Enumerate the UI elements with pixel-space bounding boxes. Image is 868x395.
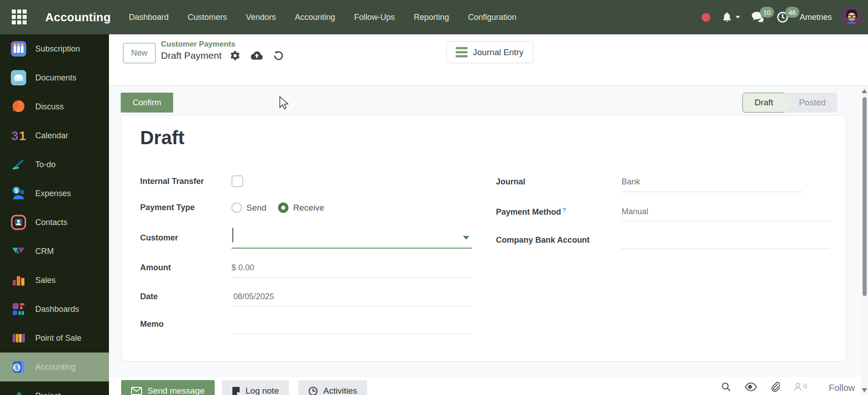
scroll-up-arrow[interactable] — [862, 89, 867, 93]
sidebar-item-sales[interactable]: Sales — [0, 266, 109, 295]
internal-transfer-checkbox[interactable] — [231, 175, 243, 187]
payment-method-row: Payment Method? Manual — [496, 207, 648, 217]
sidebar-item-expenses[interactable]: $ Expenses — [0, 179, 109, 208]
customer-dropdown-caret[interactable] — [463, 236, 469, 240]
discuss-app-icon — [11, 99, 26, 114]
new-button[interactable]: New — [123, 43, 156, 63]
sidebar-item-subscription[interactable]: Subscription — [0, 34, 109, 63]
sales-app-icon — [11, 273, 26, 288]
app-title[interactable]: Accounting — [45, 10, 111, 24]
breadcrumb: Customer Payments Draft Payment — [161, 40, 284, 61]
internal-visibility-eye-icon[interactable] — [745, 382, 757, 391]
menu-accounting[interactable]: Accounting — [295, 13, 335, 22]
apps-grid-icon[interactable] — [12, 9, 27, 25]
payment-method-input[interactable]: Manual — [622, 207, 648, 216]
envelope-icon — [131, 387, 142, 395]
discard-undo-icon[interactable] — [273, 50, 284, 61]
notifications-bell[interactable] — [721, 11, 740, 23]
project-app-icon — [11, 388, 26, 395]
gear-icon[interactable] — [230, 50, 241, 61]
activities-button[interactable]: 46 — [776, 11, 789, 24]
sidebar-label: Discuss — [35, 102, 64, 112]
crm-app-icon — [11, 244, 26, 259]
journal-input[interactable]: Bank — [622, 177, 640, 187]
breadcrumb-current: Draft Payment — [161, 50, 222, 61]
accounting-app-icon: $ — [11, 359, 26, 375]
amount-row: Amount $ 0.00 — [140, 263, 254, 273]
date-input[interactable]: 08/05/2025 — [231, 292, 274, 301]
scrollbar-thumb[interactable] — [863, 97, 867, 296]
menu-customers[interactable]: Customers — [188, 13, 227, 22]
bell-icon — [721, 11, 733, 23]
main-menu: Dashboard Customers Vendors Accounting F… — [129, 13, 516, 22]
sidebar-item-todo[interactable]: To-do — [0, 150, 109, 179]
date-underline — [231, 306, 472, 306]
calendar-app-icon: 3 1 — [11, 128, 26, 143]
sidebar-label: Accounting — [35, 362, 75, 372]
payment-type-label: Payment Type — [140, 203, 231, 212]
date-label: Date — [140, 292, 231, 301]
stage-posted[interactable]: Posted — [793, 93, 837, 113]
sidebar-item-contacts[interactable]: Contacts — [0, 208, 109, 237]
customer-underline — [231, 248, 472, 249]
sidebar-item-crm[interactable]: CRM — [0, 237, 109, 266]
journal-entry-button[interactable]: Journal Entry — [446, 41, 533, 63]
log-note-button[interactable]: Log note — [222, 380, 289, 395]
sidebar-item-project[interactable]: Project — [0, 381, 109, 395]
statusbar: Draft Posted — [742, 93, 837, 113]
payment-type-send-radio[interactable] — [231, 202, 242, 213]
send-message-button[interactable]: Send message — [121, 380, 215, 395]
sidebar-item-documents[interactable]: Documents — [0, 63, 109, 92]
log-note-label: Log note — [245, 386, 279, 395]
sidebar-label: Point of Sale — [35, 334, 81, 343]
attachment-paperclip-icon[interactable] — [771, 382, 780, 392]
stage-draft[interactable]: Draft — [742, 93, 793, 113]
payment-type-send-label[interactable]: Send — [246, 203, 266, 213]
sidebar-label: To-do — [35, 160, 56, 169]
follow-button[interactable]: Follow — [829, 383, 855, 393]
sidebar-label: Contacts — [35, 218, 67, 227]
text-cursor — [232, 228, 233, 242]
search-messages-icon[interactable] — [721, 382, 731, 392]
svg-text:1: 1 — [19, 129, 26, 143]
confirm-button[interactable]: Confirm — [121, 93, 173, 113]
sidebar-item-accounting[interactable]: $ Accounting — [0, 353, 109, 381]
payment-method-label: Payment Method — [496, 207, 561, 216]
sidebar-label: Sales — [35, 276, 56, 285]
sidebar-label: Documents — [35, 73, 76, 83]
user-avatar[interactable] — [843, 8, 861, 26]
sidebar-item-point-of-sale[interactable]: Point of Sale — [0, 324, 109, 353]
payment-method-label-wrap: Payment Method? — [496, 207, 622, 217]
amount-input[interactable]: $ 0.00 — [231, 263, 254, 273]
journal-entry-label: Journal Entry — [473, 47, 524, 57]
menu-configuration[interactable]: Configuration — [468, 13, 516, 22]
menu-vendors[interactable]: Vendors — [246, 13, 276, 22]
help-question-icon[interactable]: ? — [562, 207, 566, 213]
messages-button[interactable]: 10 — [751, 11, 765, 24]
sidebar-item-dashboards[interactable]: Dashboards — [0, 295, 109, 324]
note-icon — [232, 386, 240, 395]
scroll-down-arrow[interactable] — [862, 388, 867, 392]
company-bank-account-label: Company Bank Account — [496, 232, 622, 248]
vertical-scrollbar[interactable] — [861, 86, 868, 395]
menu-dashboard[interactable]: Dashboard — [129, 13, 169, 22]
sidebar-label: CRM — [35, 247, 54, 256]
menu-follow-ups[interactable]: Follow-Ups — [354, 13, 395, 22]
activities-schedule-button[interactable]: Activities — [298, 380, 367, 395]
payment-type-receive-radio[interactable] — [278, 202, 288, 213]
breadcrumb-parent-link[interactable]: Customer Payments — [161, 40, 284, 49]
menu-reporting[interactable]: Reporting — [414, 13, 449, 22]
amount-underline — [231, 277, 472, 277]
todo-app-icon — [11, 157, 26, 172]
memo-underline — [231, 334, 472, 334]
subscription-app-icon — [11, 41, 26, 56]
payment-form-card: Draft Internal Transfer Payment Type Sen… — [121, 115, 846, 362]
sidebar-item-discuss[interactable]: Discuss — [0, 92, 109, 121]
cloud-save-icon[interactable] — [250, 51, 263, 61]
payment-type-receive-label[interactable]: Receive — [293, 203, 324, 213]
control-panel: New Customer Payments Draft Payment — [109, 34, 868, 86]
user-name[interactable]: Ametnes — [800, 13, 832, 22]
sidebar-item-calendar[interactable]: 3 1 Calendar — [0, 121, 109, 150]
followers-icon[interactable]: 0 — [793, 382, 807, 392]
sidebar-label: Calendar — [35, 131, 68, 141]
